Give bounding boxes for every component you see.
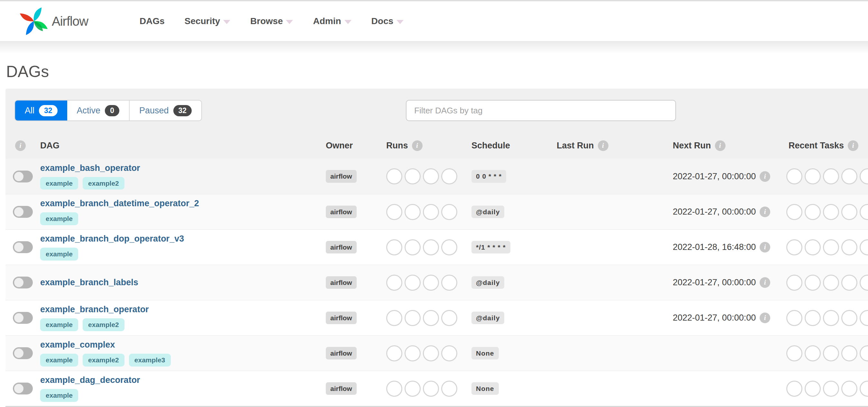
status-circle[interactable] — [841, 381, 858, 397]
status-circle[interactable] — [786, 275, 802, 291]
status-circle[interactable] — [860, 204, 868, 220]
dag-tag-pill[interactable]: example3 — [129, 354, 171, 366]
status-circle[interactable] — [860, 345, 868, 362]
status-circle[interactable] — [386, 239, 402, 256]
status-circle[interactable] — [405, 275, 421, 291]
pause-toggle[interactable] — [13, 277, 33, 289]
nav-item-security[interactable]: Security — [185, 16, 230, 26]
filter-dags-by-tag-input[interactable] — [406, 100, 676, 121]
status-circle[interactable] — [823, 275, 839, 291]
status-circle[interactable] — [441, 168, 457, 184]
pause-toggle[interactable] — [13, 382, 33, 395]
dag-name-link[interactable]: example_branch_dop_operator_v3 — [40, 234, 320, 244]
status-circle[interactable] — [823, 310, 839, 326]
status-circle[interactable] — [805, 381, 821, 397]
status-circle[interactable] — [441, 345, 457, 362]
status-circle[interactable] — [823, 239, 839, 256]
dag-tag-pill[interactable]: example — [40, 212, 78, 225]
status-circle[interactable] — [786, 345, 802, 362]
status-circle[interactable] — [841, 310, 858, 326]
status-circle[interactable] — [441, 310, 457, 326]
status-circle[interactable] — [860, 310, 868, 326]
dag-tag-pill[interactable]: example — [40, 248, 78, 260]
status-circle[interactable] — [841, 239, 858, 256]
status-circle[interactable] — [423, 381, 439, 397]
header-dag[interactable]: DAG — [40, 141, 60, 151]
status-circle[interactable] — [386, 168, 402, 184]
dag-tag-pill[interactable]: example — [40, 318, 78, 331]
recent-tasks-circles — [786, 204, 868, 220]
pause-toggle[interactable] — [13, 347, 33, 359]
status-circle[interactable] — [441, 204, 457, 220]
status-circle[interactable] — [441, 275, 457, 291]
dag-tag-pill[interactable]: example — [40, 389, 78, 402]
status-circle[interactable] — [405, 168, 421, 184]
status-circle[interactable] — [860, 275, 868, 291]
status-circle[interactable] — [786, 168, 802, 184]
status-circle[interactable] — [423, 239, 439, 256]
status-circle[interactable] — [423, 345, 439, 362]
status-circle[interactable] — [441, 239, 457, 256]
dag-name-link[interactable]: example_bash_operator — [40, 163, 320, 173]
nav-item-dags[interactable]: DAGs — [140, 16, 165, 26]
status-circle[interactable] — [441, 381, 457, 397]
status-circle[interactable] — [423, 310, 439, 326]
dag-name-link[interactable]: example_dag_decorator — [40, 375, 320, 385]
nav-item-docs[interactable]: Docs — [371, 16, 404, 26]
status-circle[interactable] — [405, 381, 421, 397]
status-circle[interactable] — [405, 310, 421, 326]
pause-toggle[interactable] — [13, 241, 33, 253]
header-owner[interactable]: Owner — [326, 141, 353, 151]
status-circle[interactable] — [423, 275, 439, 291]
pause-toggle[interactable] — [13, 171, 33, 182]
nav-item-browse[interactable]: Browse — [250, 16, 293, 26]
status-circle[interactable] — [386, 310, 402, 326]
status-circle[interactable] — [805, 168, 821, 184]
dag-tag-pill[interactable]: example — [40, 177, 78, 190]
status-circle[interactable] — [405, 239, 421, 256]
status-circle[interactable] — [841, 204, 858, 220]
status-circle[interactable] — [823, 345, 839, 362]
dag-name-link[interactable]: example_branch_labels — [40, 277, 320, 287]
dag-name-link[interactable]: example_branch_datetime_operator_2 — [40, 199, 320, 208]
status-circle[interactable] — [805, 345, 821, 362]
dag-tag-pill[interactable]: example — [40, 354, 78, 366]
status-circle[interactable] — [786, 204, 802, 220]
status-circle[interactable] — [786, 310, 802, 326]
status-circle[interactable] — [805, 239, 821, 256]
status-circle[interactable] — [823, 168, 839, 184]
status-circle[interactable] — [823, 381, 839, 397]
status-circle[interactable] — [841, 168, 858, 184]
status-circle[interactable] — [386, 275, 402, 291]
dag-tag-pill[interactable]: example2 — [83, 177, 124, 190]
pause-toggle[interactable] — [13, 206, 33, 218]
tab-all[interactable]: All 32 — [15, 101, 67, 121]
status-circle[interactable] — [405, 345, 421, 362]
status-circle[interactable] — [423, 204, 439, 220]
status-circle[interactable] — [423, 168, 439, 184]
dag-name-link[interactable]: example_complex — [40, 340, 320, 350]
status-circle[interactable] — [860, 168, 868, 184]
status-circle[interactable] — [805, 204, 821, 220]
status-circle[interactable] — [405, 204, 421, 220]
status-circle[interactable] — [823, 204, 839, 220]
dag-name-link[interactable]: example_branch_operator — [40, 305, 320, 314]
dag-tag-pill[interactable]: example2 — [83, 354, 124, 366]
status-circle[interactable] — [860, 239, 868, 256]
status-circle[interactable] — [805, 275, 821, 291]
status-circle[interactable] — [841, 345, 858, 362]
tab-paused[interactable]: Paused 32 — [129, 101, 201, 121]
nav-item-admin[interactable]: Admin — [313, 16, 351, 26]
status-circle[interactable] — [386, 345, 402, 362]
status-circle[interactable] — [386, 381, 402, 397]
status-circle[interactable] — [841, 275, 858, 291]
status-circle[interactable] — [386, 204, 402, 220]
status-circle[interactable] — [786, 381, 802, 397]
pause-toggle[interactable] — [13, 312, 33, 324]
dag-tag-pill[interactable]: example2 — [83, 318, 124, 331]
status-circle[interactable] — [805, 310, 821, 326]
airflow-brand[interactable]: Airflow — [18, 5, 88, 37]
status-circle[interactable] — [860, 381, 868, 397]
status-circle[interactable] — [786, 239, 802, 256]
tab-active[interactable]: Active 0 — [67, 101, 129, 121]
